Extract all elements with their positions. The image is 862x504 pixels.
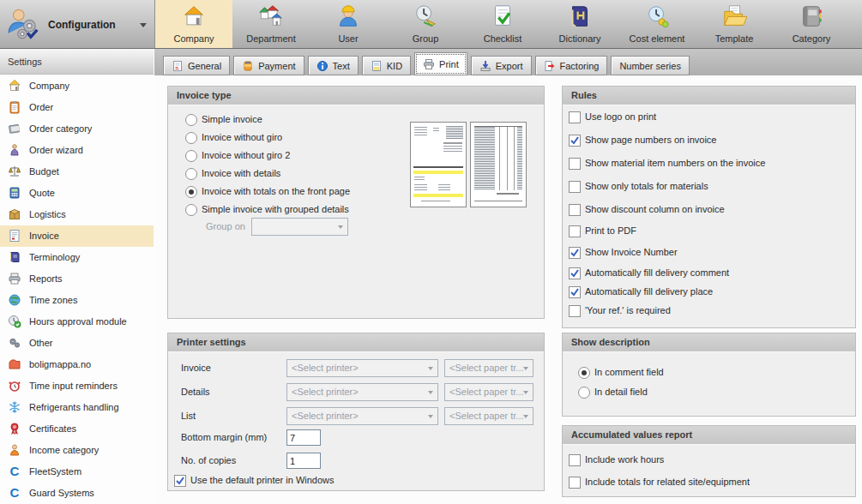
sidebar: Settings Company Order Order category Or… <box>0 49 155 504</box>
toolbar-button-user[interactable]: User <box>310 0 387 48</box>
group-on-select[interactable] <box>251 218 348 236</box>
sidebar-item-order-category[interactable]: Order category <box>0 118 154 140</box>
tab-number-series[interactable]: Number series <box>611 56 690 75</box>
details-printer-select[interactable]: <Select printer> <box>286 383 438 401</box>
sidebar-header: Settings <box>0 49 154 75</box>
rules-group: Rules Use logo on print Show page number… <box>562 86 856 328</box>
invoice-type-group: Invoice type Simple invoice Invoice with… <box>167 86 545 319</box>
radio-icon <box>185 186 197 198</box>
toolbar-button-dictionary[interactable]: Dictionary <box>541 0 618 48</box>
user-icon <box>335 3 361 29</box>
gears-icon <box>8 336 21 350</box>
invoice-printer-select[interactable]: <Select printer> <box>286 359 438 377</box>
radio-icon <box>185 168 197 180</box>
show-description-title: Show description <box>563 333 855 352</box>
invoice-type-title: Invoice type <box>168 87 544 105</box>
red-folder-icon <box>8 357 21 371</box>
sidebar-item-invoice[interactable]: Invoice <box>0 225 154 247</box>
tab-payment[interactable]: Payment <box>233 56 304 75</box>
accumulated-values-group: Accumulated values report Include work h… <box>562 425 856 497</box>
income-person-icon <box>8 443 21 457</box>
sidebar-item-guard-systems[interactable]: C Guard Systems <box>0 483 154 504</box>
sidebar-item-certificates[interactable]: Certificates <box>0 418 154 440</box>
checkbox-icon <box>569 158 581 170</box>
copies-input[interactable] <box>286 453 321 469</box>
sidebar-item-time-input-reminders[interactable]: Time input reminders <box>0 375 154 397</box>
info-icon <box>316 60 329 72</box>
sidebar-item-terminology[interactable]: Terminology <box>0 247 154 268</box>
box-icon <box>8 207 21 221</box>
toolbar-button-company[interactable]: Company <box>155 0 232 48</box>
globe-icon <box>8 293 21 307</box>
checklist-icon <box>490 3 515 29</box>
toolbar-button-category[interactable]: Category <box>773 0 850 48</box>
snowflake-icon <box>8 400 21 414</box>
print-tab-icon <box>423 58 435 70</box>
toolbar-button-group[interactable]: Group <box>387 0 464 48</box>
sidebar-item-refrigerants[interactable]: Refrigerants handling <box>0 397 154 418</box>
sidebar-item-order-wizard[interactable]: Order wizard <box>0 140 154 161</box>
toolbar-button-cost-element[interactable]: Cost element <box>618 0 696 48</box>
toolbar-button-checklist[interactable]: Checklist <box>464 0 541 48</box>
invoice-preview-page-2 <box>470 122 527 207</box>
group-icon <box>413 3 438 29</box>
tab-export[interactable]: Export <box>471 56 532 75</box>
sidebar-item-company[interactable]: Company <box>0 75 154 97</box>
sidebar-item-income-category[interactable]: Income category <box>0 440 154 461</box>
radio-icon <box>185 150 197 162</box>
sidebar-item-time-zones[interactable]: Time zones <box>0 290 154 311</box>
sidebar-item-other[interactable]: Other <box>0 333 154 354</box>
house-icon <box>8 79 21 93</box>
printer-row-details-label: Details <box>181 387 210 397</box>
clipboard-icon <box>8 100 21 114</box>
sidebar-item-hours-approval[interactable]: Hours approval module <box>0 311 154 333</box>
tab-kid[interactable]: KID <box>362 56 411 75</box>
tab-general[interactable]: General <box>163 56 230 75</box>
printer-settings-group: Printer settings Invoice <Select printer… <box>167 333 545 491</box>
sidebar-item-reports[interactable]: Reports <box>0 268 154 290</box>
tab-factoring[interactable]: Factoring <box>535 56 608 75</box>
radio-icon <box>578 387 590 399</box>
toolbar-button-template[interactable]: Template <box>696 0 773 48</box>
dictionary-icon <box>567 3 593 29</box>
top-toolbar: Configuration Company Department <box>0 0 862 49</box>
calculator-icon <box>8 186 21 200</box>
radio-icon <box>185 204 197 216</box>
sidebar-item-quote[interactable]: Quote <box>0 183 154 204</box>
company-icon <box>181 3 207 29</box>
bottom-margin-input[interactable] <box>286 429 321 446</box>
tab-bar: General Payment Text KID Print Export Fa… <box>154 49 862 75</box>
checkbox-icon <box>569 267 581 279</box>
list-paper-tray-select[interactable]: <Select paper tr... <box>444 407 533 425</box>
rules-title: Rules <box>563 87 855 105</box>
book-icon <box>8 122 21 135</box>
scales-icon <box>8 165 21 178</box>
checkbox-icon <box>569 454 581 466</box>
sidebar-item-budget[interactable]: Budget <box>0 161 154 183</box>
sidebar-item-fleetsystem[interactable]: C FleetSystem <box>0 461 154 483</box>
payment-tab-icon <box>242 60 254 72</box>
radio-icon <box>185 114 197 126</box>
sidebar-item-boligmappa[interactable]: boligmappa.no <box>0 354 154 375</box>
toolbar-button-department[interactable]: Department <box>232 0 310 48</box>
checkbox-icon <box>569 247 581 259</box>
tab-text[interactable]: Text <box>308 56 359 75</box>
checkbox-icon <box>569 225 581 237</box>
wizard-icon <box>8 143 21 157</box>
details-paper-tray-select[interactable]: <Select paper tr... <box>444 383 533 401</box>
clock-check-icon <box>8 315 21 328</box>
sidebar-item-order[interactable]: Order <box>0 97 154 118</box>
copies-label: No. of copies <box>181 455 236 465</box>
invoice-document-icon <box>8 229 21 243</box>
department-icon <box>258 3 284 29</box>
sidebar-item-logistics[interactable]: Logistics <box>0 204 154 225</box>
category-icon <box>799 3 824 29</box>
checkbox-icon <box>569 204 581 216</box>
show-description-group: Show description In comment field In det… <box>562 333 856 417</box>
tab-print[interactable]: Print <box>414 52 467 75</box>
list-printer-select[interactable]: <Select printer> <box>286 407 438 425</box>
configuration-menu[interactable]: Configuration <box>0 0 155 48</box>
invoice-preview-page-1 <box>410 122 467 207</box>
invoice-paper-tray-select[interactable]: <Select paper tr... <box>444 359 533 377</box>
kid-tab-icon <box>371 60 383 72</box>
